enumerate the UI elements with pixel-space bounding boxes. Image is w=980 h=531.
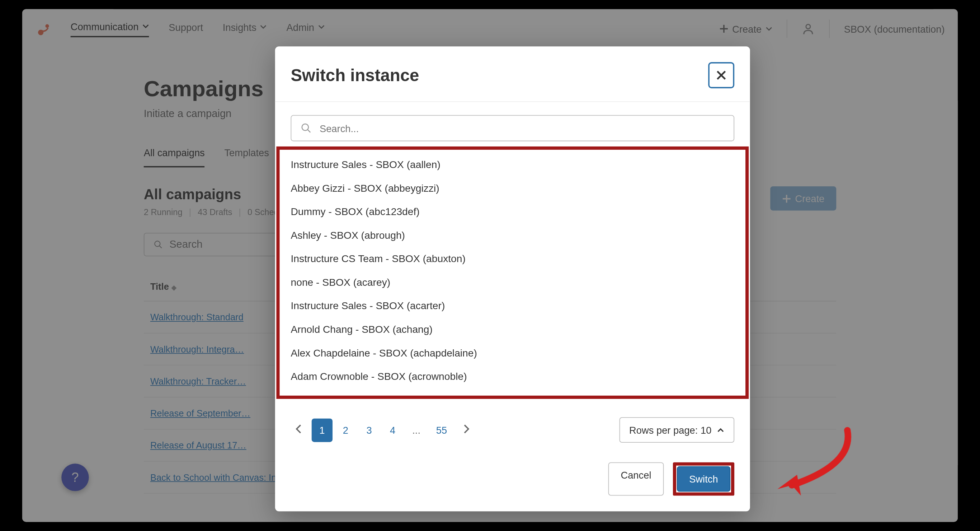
page-number[interactable]: 4	[382, 418, 403, 442]
instance-item[interactable]: Abbey Gizzi - SBOX (abbeygizzi)	[291, 177, 734, 200]
instance-item[interactable]: Alex Chapdelaine - SBOX (achapdelaine)	[291, 341, 734, 365]
page-number[interactable]: 2	[335, 418, 356, 442]
page-number[interactable]: 1	[312, 418, 332, 442]
page-ellipsis: ...	[406, 418, 427, 442]
switch-instance-modal: Switch instance Instructure Sales - SBOX…	[275, 46, 750, 511]
app-window: Communication Support Insights Admin	[22, 9, 958, 521]
rows-per-page-select[interactable]: Rows per page: 10	[619, 417, 734, 443]
modal-footer: Cancel Switch	[275, 456, 750, 511]
switch-button-highlight: Switch	[673, 462, 735, 496]
instance-item[interactable]: Instructure CS Team - SBOX (abuxton)	[291, 247, 734, 271]
instance-item[interactable]: Instructure Sales - SBOX (aallen)	[291, 153, 734, 177]
switch-button[interactable]: Switch	[677, 466, 731, 492]
chevron-up-icon	[717, 426, 725, 434]
svg-point-5	[302, 124, 309, 130]
instance-item[interactable]: none - SBOX (acarey)	[291, 271, 734, 294]
instance-item[interactable]: Ashley - SBOX (abrough)	[291, 224, 734, 247]
cancel-button[interactable]: Cancel	[608, 462, 663, 496]
search-icon	[301, 123, 312, 134]
page-prev[interactable]	[291, 423, 306, 438]
chevron-right-icon	[463, 424, 471, 434]
instance-list: Instructure Sales - SBOX (aallen)Abbey G…	[291, 147, 734, 395]
page-number[interactable]: 55	[430, 418, 454, 442]
rows-label: Rows per page: 10	[629, 424, 711, 435]
instance-search-input[interactable]	[320, 123, 725, 134]
svg-line-6	[307, 129, 310, 132]
instance-search[interactable]	[291, 115, 734, 142]
pager-nav: 1234...55	[291, 418, 474, 442]
close-icon	[716, 70, 726, 80]
page-next[interactable]	[459, 423, 474, 438]
instance-item[interactable]: Adam Crownoble - SBOX (acrownoble)	[291, 365, 734, 389]
modal-header: Switch instance	[275, 46, 750, 102]
modal-title: Switch instance	[291, 65, 419, 85]
page-number[interactable]: 3	[359, 418, 380, 442]
instance-item[interactable]: Dummy - SBOX (abc123def)	[291, 200, 734, 224]
modal-body: Instructure Sales - SBOX (aallen)Abbey G…	[275, 102, 750, 397]
instance-item[interactable]: Instructure Sales - SBOX (acarter)	[291, 294, 734, 318]
modal-close-button[interactable]	[708, 62, 734, 88]
instance-item[interactable]: Arnold Chang - SBOX (achang)	[291, 318, 734, 341]
chevron-left-icon	[294, 424, 302, 434]
modal-pagination: 1234...55 Rows per page: 10	[275, 397, 750, 456]
